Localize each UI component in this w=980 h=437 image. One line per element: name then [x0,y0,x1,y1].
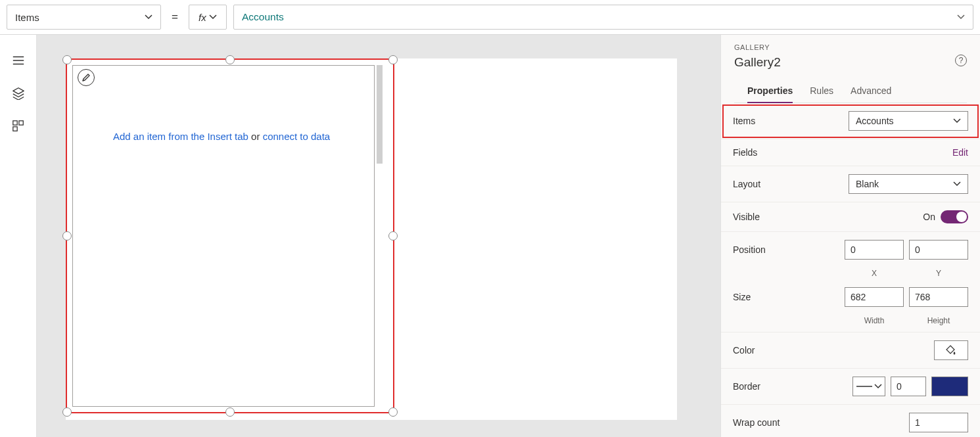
equals-label: = [168,11,182,24]
resize-handle-n[interactable] [225,55,235,64]
gallery-hint: Add an item from the Insert tab or conne… [113,131,330,142]
position-y-label: Y [909,269,968,278]
selected-gallery-control[interactable]: Add an item from the Insert tab or conne… [66,58,394,413]
position-y-input[interactable]: 0 [909,240,968,260]
size-label: Size [733,292,751,302]
chevron-down-icon [209,13,217,21]
panel-header: GALLERY Gallery2 ? Properties Rules Adva… [721,35,980,103]
visible-toggle[interactable]: On [923,210,968,223]
visible-property-row: Visible On [721,202,980,232]
app-screen: Add an item from the Insert tab or conne… [66,58,677,420]
svg-rect-0 [12,121,16,125]
tab-advanced[interactable]: Advanced [851,80,891,103]
connect-data-link[interactable]: connect to data [263,131,331,142]
wrap-count-label: Wrap count [733,417,780,428]
help-icon[interactable]: ? [955,55,967,66]
formula-text: Accounts [242,11,284,23]
pencil-icon [82,73,91,82]
layout-value: Blank [856,179,879,189]
items-label: Items [733,116,755,126]
panel-tabs: Properties Rules Advanced [734,80,967,103]
size-width-label: Width [845,316,904,325]
layout-property-row: Layout Blank [721,166,980,202]
tab-properties[interactable]: Properties [747,80,793,103]
fields-property-row: Fields Edit [721,139,980,166]
svg-rect-2 [12,127,16,131]
left-rail [0,35,37,437]
position-sub-labels: X Y [721,267,980,285]
chevron-down-icon [145,13,152,21]
position-x-label: X [845,269,904,278]
border-property-row: Border 0 [721,369,980,405]
control-type-label: GALLERY [734,43,967,51]
position-label: Position [733,244,766,255]
formula-input[interactable]: Accounts [233,5,973,30]
tab-rules[interactable]: Rules [810,80,833,103]
resize-handle-nw[interactable] [62,55,72,64]
size-width-input[interactable]: 682 [845,287,904,307]
chevron-down-icon [957,13,965,21]
size-height-input[interactable]: 768 [909,287,968,307]
gallery-body [72,65,375,407]
canvas-area[interactable]: Add an item from the Insert tab or conne… [37,35,720,437]
wrap-count-input[interactable]: 1 [909,413,968,432]
items-value: Accounts [856,116,894,126]
layout-dropdown[interactable]: Blank [849,174,968,194]
layers-icon[interactable] [11,86,26,101]
paint-bucket-icon [946,345,956,356]
resize-handle-e[interactable] [388,231,398,241]
items-dropdown[interactable]: Accounts [849,111,968,131]
border-color-picker[interactable] [931,377,968,396]
visible-state: On [923,212,935,222]
position-x-input[interactable]: 0 [845,240,904,260]
properties-panel: GALLERY Gallery2 ? Properties Rules Adva… [720,35,980,437]
svg-rect-1 [18,121,22,125]
chevron-down-icon [874,382,882,390]
hint-mid: or [248,131,263,142]
main-area: Add an item from the Insert tab or conne… [0,35,980,437]
wrap-count-row: Wrap count 1 [721,405,980,437]
layout-label: Layout [733,179,760,189]
color-property-row: Color [721,333,980,369]
border-label: Border [733,381,760,392]
color-picker[interactable] [934,340,968,360]
resize-handle-s[interactable] [225,407,235,417]
resize-handle-ne[interactable] [388,55,398,64]
scrollbar-thumb[interactable] [377,65,383,164]
fx-label: fx [198,12,206,23]
border-style-picker[interactable] [852,377,885,396]
edit-pencil-button[interactable] [78,69,95,86]
property-selector-label: Items [15,12,39,23]
chevron-down-icon [953,117,961,125]
size-sub-labels: Width Height [721,315,980,333]
components-icon[interactable] [11,119,26,133]
formula-bar: Items = fx Accounts [0,0,980,35]
position-property-row: Position 0 0 [721,232,980,267]
size-property-row: Size 682 768 [721,285,980,315]
fx-button[interactable]: fx [189,5,227,30]
hamburger-icon[interactable] [11,53,26,68]
resize-handle-se[interactable] [388,407,398,417]
insert-hint-link[interactable]: Add an item from the Insert tab [113,131,248,142]
border-width-input[interactable]: 0 [891,377,926,396]
resize-handle-sw[interactable] [62,407,72,417]
size-height-label: Height [909,316,968,325]
items-property-row: Items Accounts [721,103,980,139]
visible-label: Visible [733,212,760,222]
chevron-down-icon [953,180,961,188]
color-label: Color [733,345,755,356]
control-name: Gallery2 [734,55,967,70]
property-selector[interactable]: Items [7,5,161,30]
fields-edit-link[interactable]: Edit [952,147,968,158]
fields-label: Fields [733,147,757,158]
toggle-track [941,210,968,223]
resize-handle-w[interactable] [62,231,72,241]
